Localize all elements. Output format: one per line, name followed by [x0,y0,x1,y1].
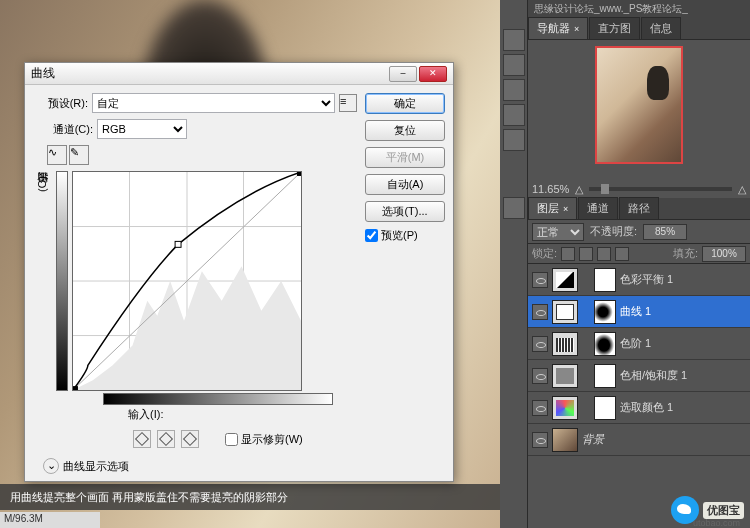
layer-name: 色相/饱和度 1 [620,368,687,383]
fill-value[interactable]: 100% [702,246,746,262]
svg-rect-9 [297,172,301,176]
layer-row[interactable]: 背景 [528,424,750,456]
layer-mask[interactable] [594,268,616,292]
layers-tabs: 图层× 通道 路径 [528,198,750,220]
tab-histogram[interactable]: 直方图 [589,17,640,39]
layer-list: 色彩平衡 1 曲线 1 色阶 1 [528,264,750,528]
dialog-title: 曲线 [31,65,387,82]
layer-thumb[interactable] [552,268,578,292]
curve-display-options[interactable]: ⌄ 曲线显示选项 [43,458,357,474]
close-button[interactable]: ✕ [419,66,447,82]
tab-info[interactable]: 信息 [641,17,681,39]
minimize-button[interactable]: – [389,66,417,82]
layer-row[interactable]: 色彩平衡 1 [528,264,750,296]
output-axis-label: 输出(O): [33,171,52,194]
zoom-out-icon[interactable]: △ [575,183,583,196]
input-axis-label: 输入(I): [128,407,357,422]
chevron-icon: ⌄ [43,458,59,474]
svg-rect-7 [175,241,181,247]
lock-trans-icon[interactable] [561,247,575,261]
layer-row[interactable]: 曲线 1 [528,296,750,328]
layer-thumb[interactable] [552,364,578,388]
preset-menu-icon[interactable]: ≡ [339,94,357,112]
layer-thumb[interactable] [552,332,578,356]
visibility-icon[interactable] [532,368,548,384]
layer-thumb[interactable] [552,300,578,324]
dialog-titlebar[interactable]: 曲线 – ✕ [25,63,453,85]
smooth-button: 平滑(M) [365,147,445,168]
lock-pixels-icon[interactable] [579,247,593,261]
tab-paths[interactable]: 路径 [619,197,659,219]
preset-select[interactable]: 自定 [92,93,335,113]
tool-icon[interactable] [503,79,525,101]
tab-channels[interactable]: 通道 [578,197,618,219]
layer-row[interactable]: 色相/饱和度 1 [528,360,750,392]
pencil-curve-tool[interactable]: ✎ [69,145,89,165]
layer-row[interactable]: 色阶 1 [528,328,750,360]
tip-caption: 用曲线提亮整个画面 再用蒙版盖住不需要提亮的阴影部分 [0,484,500,510]
layer-mask[interactable] [594,300,616,324]
visibility-icon[interactable] [532,336,548,352]
visibility-icon[interactable] [532,272,548,288]
opacity-label: 不透明度: [590,224,637,239]
preview-checkbox[interactable]: 预览(P) [365,228,445,243]
opacity-value[interactable]: 85% [643,224,687,240]
logo-url: utobao.com [693,518,740,528]
point-curve-tool[interactable]: ∿ [47,145,67,165]
tool-icon[interactable] [503,104,525,126]
zoom-value: 11.65% [532,183,569,195]
panel-tool-column [500,0,528,528]
lock-pos-icon[interactable] [597,247,611,261]
reset-button[interactable]: 复位 [365,120,445,141]
layer-name: 色彩平衡 1 [620,272,673,287]
curves-graph[interactable] [72,171,302,391]
layer-mask[interactable] [594,396,616,420]
navigator-thumbnail[interactable] [595,46,683,164]
navigator-tabs: 导航器× 直方图 信息 [528,18,750,40]
layers-panel: 正常 不透明度: 85% 锁定: 填充: 100% 色彩平衡 1 [528,220,750,528]
tab-layers[interactable]: 图层× [528,197,577,219]
layer-thumb[interactable] [552,428,578,452]
fill-label: 填充: [673,246,698,261]
layer-mask[interactable] [594,332,616,356]
black-point-dropper[interactable] [133,430,151,448]
zoom-slider[interactable] [589,187,732,191]
layer-name: 曲线 1 [620,304,651,319]
layer-mask[interactable] [594,364,616,388]
layer-name: 背景 [582,432,604,447]
show-clipping-checkbox[interactable]: 显示修剪(W) [225,432,303,447]
navigator-zoom: 11.65% △ △ [528,180,750,198]
preset-label: 预设(R): [33,96,88,111]
tool-icon[interactable] [503,29,525,51]
status-bar: M/96.3M [0,512,100,528]
input-gradient [103,393,333,405]
white-point-dropper[interactable] [181,430,199,448]
visibility-icon[interactable] [532,432,548,448]
blend-mode-select[interactable]: 正常 [532,223,584,241]
ok-button[interactable]: 确定 [365,93,445,114]
channel-label: 通道(C): [47,122,93,137]
lock-label: 锁定: [532,246,557,261]
layer-name: 色阶 1 [620,336,651,351]
navigator-panel [528,40,750,180]
lock-all-icon[interactable] [615,247,629,261]
zoom-in-icon[interactable]: △ [738,183,746,196]
layer-row[interactable]: 选取颜色 1 [528,392,750,424]
tab-navigator[interactable]: 导航器× [528,17,588,39]
output-gradient [56,171,68,391]
right-panels: 思缘设计论坛_www._PS教程论坛_ 导航器× 直方图 信息 11.65% △… [500,0,750,528]
auto-button[interactable]: 自动(A) [365,174,445,195]
visibility-icon[interactable] [532,304,548,320]
visibility-icon[interactable] [532,400,548,416]
curves-dialog: 曲线 – ✕ 预设(R): 自定 ≡ 通道(C): RGB ∿ ✎ 输出(O): [24,62,454,482]
gray-point-dropper[interactable] [157,430,175,448]
tool-icon[interactable] [503,129,525,151]
watermark-text: 思缘设计论坛_www._PS教程论坛_ [528,0,750,18]
tool-icon[interactable] [503,54,525,76]
options-button[interactable]: 选项(T)... [365,201,445,222]
layer-thumb[interactable] [552,396,578,420]
tool-icon[interactable] [503,197,525,219]
channel-select[interactable]: RGB [97,119,187,139]
svg-rect-8 [73,386,78,390]
layer-name: 选取颜色 1 [620,400,673,415]
